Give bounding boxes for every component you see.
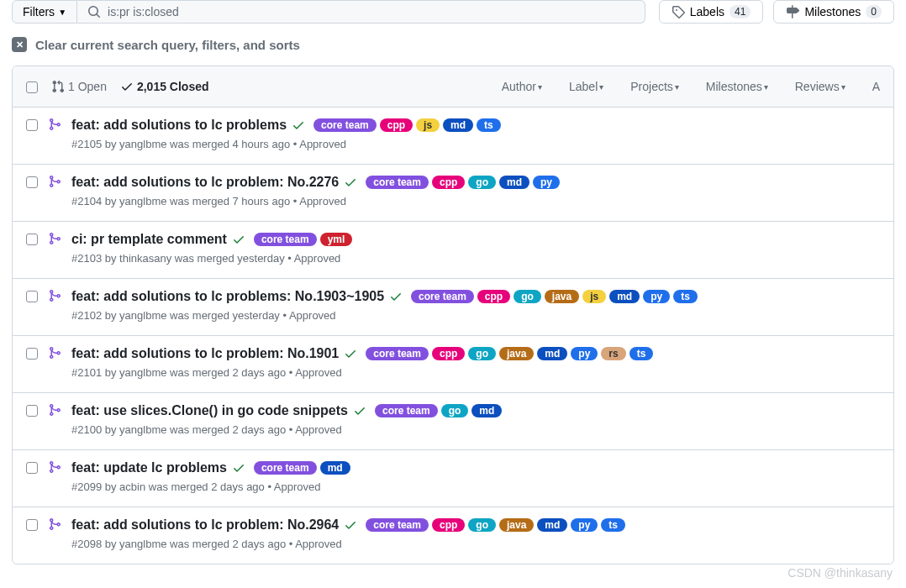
label-js[interactable]: js [582,290,606,303]
filter-reviews[interactable]: Reviews▾ [795,80,845,93]
issue-title-link[interactable]: feat: update lc problems [71,460,227,475]
issue-title-link[interactable]: feat: add solutions to lc problem: No.19… [71,346,339,361]
caret-down-icon: ▾ [675,82,679,92]
status-check-icon [344,176,357,189]
open-tab[interactable]: 1 Open [51,80,107,93]
label-core-team[interactable]: core team [254,233,317,246]
issue-row: feat: use slices.Clone() in go code snip… [13,393,893,450]
label-ts[interactable]: ts [673,290,698,303]
label-go[interactable]: go [468,518,496,532]
tag-icon [672,5,685,18]
milestones-count: 0 [866,5,882,18]
label-cpp[interactable]: cpp [432,176,465,189]
search-icon [87,5,101,18]
merged-icon [48,517,61,531]
label-java[interactable]: java [499,347,534,360]
issue-row: feat: add solutions to lc problem: No.22… [13,165,893,222]
label-md[interactable]: md [443,118,473,132]
label-py[interactable]: py [533,176,560,189]
label-ts[interactable]: ts [629,347,654,360]
label-py[interactable]: py [571,347,598,360]
filter-a[interactable]: A [872,80,880,93]
caret-down-icon: ▾ [841,82,845,92]
row-checkbox[interactable] [26,234,38,245]
label-core-team[interactable]: core team [375,404,438,417]
label-js[interactable]: js [416,118,440,132]
row-checkbox[interactable] [26,348,38,360]
issue-meta: #2099 by acbin was merged 2 days ago • A… [71,480,880,493]
label-cpp[interactable]: cpp [477,290,510,303]
label-md[interactable]: md [471,404,502,417]
label-go[interactable]: go [468,347,496,360]
merged-icon [48,175,61,188]
filter-projects[interactable]: Projects▾ [630,80,679,93]
clear-search-link[interactable]: ✕ Clear current search query, filters, a… [12,37,894,52]
filter-label[interactable]: Label▾ [569,80,603,93]
label-java[interactable]: java [499,518,534,532]
search-input[interactable] [108,5,635,18]
filter-milestones[interactable]: Milestones▾ [706,80,768,93]
issue-row: feat: update lc problems core teammd#209… [13,450,893,507]
label-md[interactable]: md [537,518,567,532]
label-core-team[interactable]: core team [366,176,429,189]
list-header: 1 Open 2,015 Closed Author▾Label▾Project… [13,66,893,108]
label-java[interactable]: java [545,290,579,303]
issue-title-link[interactable]: feat: add solutions to lc problems [71,118,287,133]
row-checkbox[interactable] [26,462,38,474]
issue-row: feat: add solutions to lc problems core … [13,108,893,165]
filters-button[interactable]: Filters ▼ [12,0,77,24]
issue-row: feat: add solutions to lc problems: No.1… [13,279,893,336]
close-icon: ✕ [12,37,27,52]
label-md[interactable]: md [320,461,350,475]
status-check-icon [292,118,305,132]
row-checkbox[interactable] [26,405,38,417]
issue-title-link[interactable]: feat: add solutions to lc problems: No.1… [71,289,384,304]
filters-label: Filters [23,5,55,18]
label-py[interactable]: py [643,290,670,303]
filter-author[interactable]: Author▾ [502,80,542,93]
labels-count: 41 [730,5,751,18]
merged-icon [48,460,61,474]
label-md[interactable]: md [499,176,529,189]
search-box[interactable] [77,0,645,24]
label-ts[interactable]: ts [477,118,501,132]
label-md[interactable]: md [609,290,640,303]
row-checkbox[interactable] [26,119,38,131]
select-all-checkbox[interactable] [26,81,38,93]
label-go[interactable]: go [441,404,469,417]
issue-title-link[interactable]: feat: add solutions to lc problem: No.29… [71,517,339,533]
issue-title-link[interactable]: ci: pr template comment [71,232,227,247]
label-core-team[interactable]: core team [313,118,377,132]
clear-text: Clear current search query, filters, and… [35,38,300,52]
label-cpp[interactable]: cpp [432,518,465,532]
issue-meta: #2098 by yanglbme was merged 2 days ago … [71,538,880,550]
label-go[interactable]: go [514,290,541,303]
row-checkbox[interactable] [26,519,38,531]
caret-down-icon: ▾ [764,82,768,92]
label-rs[interactable]: rs [601,347,625,360]
labels-button[interactable]: Labels 41 [659,0,764,24]
merged-icon [48,403,61,417]
issue-row: feat: add solutions to lc problem: No.29… [13,507,893,564]
issue-title-link[interactable]: feat: use slices.Clone() in go code snip… [71,403,348,418]
label-cpp[interactable]: cpp [380,118,413,132]
label-yml[interactable]: yml [320,233,353,246]
issue-title-link[interactable]: feat: add solutions to lc problem: No.22… [71,175,339,190]
label-core-team[interactable]: core team [366,518,429,532]
milestone-icon [786,5,799,18]
label-py[interactable]: py [571,518,598,532]
row-checkbox[interactable] [26,176,38,188]
merged-icon [48,118,61,131]
label-core-team[interactable]: core team [411,290,474,303]
status-check-icon [344,347,357,360]
label-core-team[interactable]: core team [366,347,429,360]
label-go[interactable]: go [468,176,496,189]
label-md[interactable]: md [537,347,567,360]
row-checkbox[interactable] [26,291,38,302]
label-core-team[interactable]: core team [254,461,317,475]
label-ts[interactable]: ts [601,518,625,532]
closed-tab[interactable]: 2,015 Closed [120,80,209,93]
label-cpp[interactable]: cpp [432,347,465,360]
milestones-button[interactable]: Milestones 0 [773,0,894,24]
status-check-icon [344,518,357,532]
